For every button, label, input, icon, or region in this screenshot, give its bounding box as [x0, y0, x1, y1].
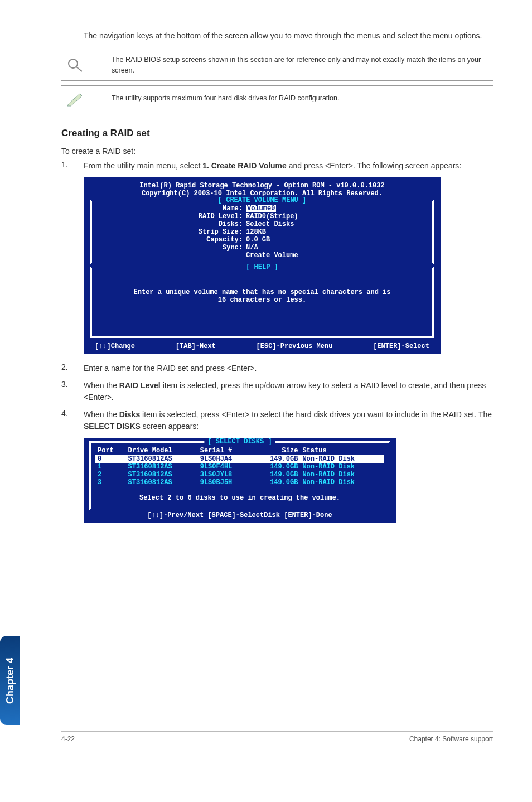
- disks-table: Port Drive Model Serial # Size Status 0S…: [95, 446, 384, 486]
- bios-nav-bar: [↑↓]Change [TAB]-Next [ESC]-Previous Men…: [90, 340, 434, 350]
- field-sync-value: N/A: [246, 244, 427, 252]
- help-frame: [ HELP ] Enter a unique volume name that…: [90, 267, 434, 338]
- help-line1: Enter a unique volume name that has no s…: [98, 288, 427, 296]
- nav-change: [↑↓]Change: [95, 342, 135, 350]
- select-disks-message: Select 2 to 6 disks to use in creating t…: [95, 494, 384, 502]
- select-disks-nav: [↑↓]-Prev/Next [SPACE]-SelectDisk [ENTER…: [89, 510, 390, 519]
- field-capacity-value[interactable]: 0.0 GB: [246, 236, 427, 244]
- bios-screen-select-disks: [ SELECT DISKS ] Port Drive Model Serial…: [84, 438, 396, 523]
- note-box-1: The RAID BIOS setup screens shown in thi…: [61, 50, 493, 81]
- page-footer: 4-22 Chapter 4: Software support: [61, 731, 493, 743]
- field-name-value[interactable]: Volume0: [246, 205, 276, 212]
- note-box-2: The utility supports maximum four hard d…: [61, 85, 493, 112]
- bios-screen-create-volume: Intel(R) Rapid Storage Technology - Opti…: [84, 177, 441, 354]
- nav-esc: [ESC]-Previous Menu: [257, 342, 333, 350]
- magnifier-icon: [61, 57, 89, 74]
- select-disks-frame: [ SELECT DISKS ] Port Drive Model Serial…: [89, 441, 390, 510]
- col-model: Drive Model: [126, 446, 198, 455]
- step-number-3: 3.: [61, 380, 84, 403]
- field-level-value[interactable]: RAID0(Stripe): [246, 212, 427, 220]
- footer-chapter: Chapter 4: Software support: [409, 735, 493, 743]
- create-volume-action[interactable]: Create Volume: [246, 252, 427, 259]
- chapter-tab: Chapter 4: [0, 636, 20, 725]
- col-serial: Serial #: [198, 446, 252, 455]
- note-text-2: The utility supports maximum four hard d…: [112, 93, 340, 104]
- col-status: Status: [300, 446, 384, 455]
- col-port: Port: [95, 446, 126, 455]
- field-sync-label: Sync:: [98, 244, 246, 252]
- intro-paragraph: The navigation keys at the bottom of the…: [84, 30, 493, 42]
- svg-marker-2: [67, 94, 82, 106]
- col-size: Size: [252, 446, 301, 455]
- field-capacity-label: Capacity:: [98, 236, 246, 244]
- step-number-4: 4.: [61, 409, 84, 432]
- help-title: [ HELP ]: [243, 263, 282, 271]
- note-text-1: The RAID BIOS setup screens shown in thi…: [112, 55, 493, 76]
- field-strip-value[interactable]: 128KB: [246, 228, 427, 236]
- create-volume-frame: [ CREATE VOLUME MENU ] Name:Volume0 RAID…: [90, 200, 434, 264]
- table-row[interactable]: 0ST3160812AS9LS0HJA4149.0GBNon-RAID Disk: [95, 455, 384, 463]
- step-text-1: From the utility main menu, select 1. Cr…: [84, 160, 461, 172]
- table-row[interactable]: 2ST3160812AS3LS0JYL8149.0GBNon-RAID Disk: [95, 471, 384, 479]
- step-text-3: When the RAID Level item is selected, pr…: [84, 380, 493, 403]
- step-text-2: Enter a name for the RAID set and press …: [84, 363, 257, 374]
- step-number-1: 1.: [61, 160, 84, 172]
- pencil-icon: [61, 90, 89, 107]
- svg-line-1: [76, 67, 82, 71]
- page-number: 4-22: [61, 735, 75, 743]
- select-disks-title: [ SELECT DISKS ]: [204, 438, 275, 446]
- field-disks-value[interactable]: Select Disks: [246, 220, 427, 228]
- create-volume-title: [ CREATE VOLUME MENU ]: [215, 196, 309, 204]
- table-row[interactable]: 1ST3160812AS9LS0F4HL149.0GBNon-RAID Disk: [95, 463, 384, 471]
- help-line2: 16 characters or less.: [98, 296, 427, 304]
- step-text-4: When the Disks item is selected, press <…: [84, 409, 493, 432]
- svg-point-0: [69, 59, 78, 68]
- step-number-2: 2.: [61, 363, 84, 374]
- field-name-label: Name:: [98, 205, 246, 212]
- bios-header-line1: Intel(R) Rapid Storage Technology - Opti…: [90, 182, 434, 190]
- field-disks-label: Disks:: [98, 220, 246, 228]
- section-heading: Creating a RAID set: [61, 128, 493, 139]
- nav-tab: [TAB]-Next: [176, 342, 216, 350]
- field-level-label: RAID Level:: [98, 212, 246, 220]
- field-strip-label: Strip Size:: [98, 228, 246, 236]
- table-row[interactable]: 3ST3160812AS9LS0BJ5H149.0GBNon-RAID Disk: [95, 479, 384, 486]
- nav-enter: [ENTER]-Select: [373, 342, 429, 350]
- section-subline: To create a RAID set:: [61, 147, 493, 156]
